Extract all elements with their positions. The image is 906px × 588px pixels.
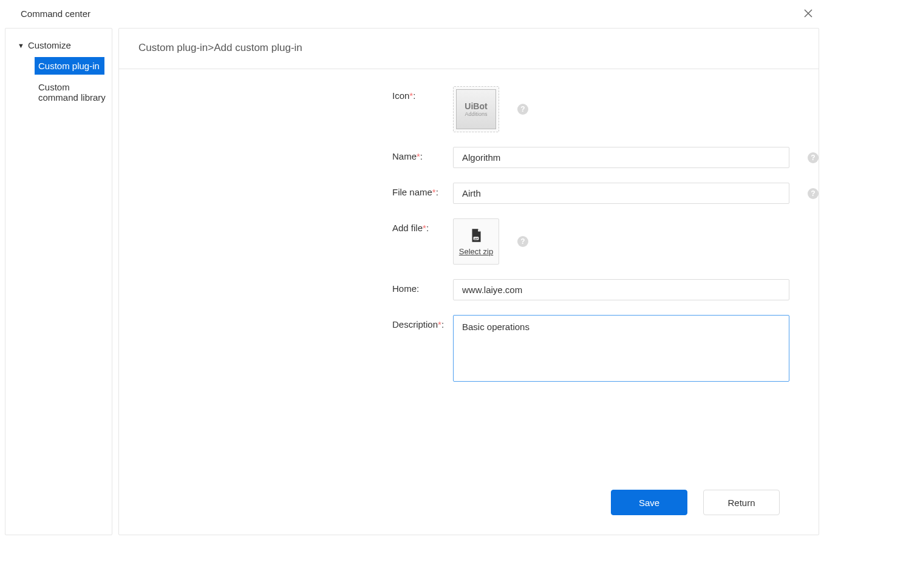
breadcrumb-separator: > bbox=[208, 42, 214, 53]
help-icon[interactable]: ? bbox=[517, 104, 528, 115]
row-name: Name*: ? bbox=[119, 147, 819, 168]
help-icon[interactable]: ? bbox=[517, 236, 528, 247]
label-icon: Icon*: bbox=[119, 86, 453, 101]
breadcrumb-parent[interactable]: Custom plug-in bbox=[138, 42, 208, 53]
breadcrumb-current: Add custom plug-in bbox=[214, 42, 302, 53]
footer-buttons: Save Return bbox=[611, 490, 780, 515]
row-addfile: Add file*: ZIP Select zip ? bbox=[119, 218, 819, 265]
select-zip-button[interactable]: ZIP Select zip bbox=[453, 218, 499, 265]
sidebar: ▼ Customize Custom plug-in Custom comman… bbox=[5, 28, 112, 535]
row-icon: Icon*: UiBot Additions ? bbox=[119, 86, 819, 132]
row-home: Home: bbox=[119, 279, 819, 300]
label-addfile: Add file*: bbox=[119, 218, 453, 233]
row-description: Description*: bbox=[119, 315, 819, 382]
name-input[interactable] bbox=[453, 147, 789, 168]
window-title: Command center bbox=[21, 8, 90, 19]
main-panel: Custom plug-in>Add custom plug-in Icon*:… bbox=[118, 28, 819, 535]
tree-parent-customize[interactable]: ▼ Customize bbox=[5, 37, 112, 53]
content-area: ▼ Customize Custom plug-in Custom comman… bbox=[0, 28, 824, 535]
select-zip-label: Select zip bbox=[459, 247, 493, 256]
return-button[interactable]: Return bbox=[703, 490, 780, 515]
tree-children: Custom plug-in Custom command library bbox=[5, 57, 112, 110]
home-control bbox=[453, 279, 789, 300]
zip-file-icon: ZIP bbox=[468, 228, 484, 245]
addfile-control: ZIP Select zip ? bbox=[453, 218, 528, 265]
sidebar-item-custom-plugin[interactable]: Custom plug-in bbox=[35, 57, 104, 75]
breadcrumb: Custom plug-in>Add custom plug-in bbox=[119, 29, 819, 69]
row-filename: File name*: ? bbox=[119, 183, 819, 204]
help-icon[interactable]: ? bbox=[808, 188, 819, 199]
tree-parent-label: Customize bbox=[28, 40, 71, 50]
chevron-down-icon: ▼ bbox=[18, 42, 24, 49]
help-icon[interactable]: ? bbox=[808, 152, 819, 163]
save-button[interactable]: Save bbox=[611, 490, 687, 515]
filename-control: ? bbox=[453, 183, 819, 204]
label-description: Description*: bbox=[119, 315, 453, 329]
form-area: Icon*: UiBot Additions ? bbox=[119, 69, 819, 535]
close-icon[interactable] bbox=[802, 7, 814, 19]
label-name: Name*: bbox=[119, 147, 453, 161]
svg-text:ZIP: ZIP bbox=[474, 237, 479, 240]
titlebar: Command center bbox=[0, 0, 824, 28]
description-control bbox=[453, 315, 789, 382]
name-control: ? bbox=[453, 147, 819, 168]
home-input[interactable] bbox=[453, 279, 789, 300]
command-center-window: Command center ▼ Customize Custom plug-i… bbox=[0, 0, 824, 535]
icon-upload-box[interactable]: UiBot Additions bbox=[453, 86, 499, 132]
icon-preview: UiBot Additions bbox=[456, 89, 496, 129]
filename-input[interactable] bbox=[453, 183, 789, 204]
icon-control: UiBot Additions ? bbox=[453, 86, 528, 132]
sidebar-item-custom-command-library[interactable]: Custom command library bbox=[35, 78, 112, 106]
label-filename: File name*: bbox=[119, 183, 453, 197]
label-home: Home: bbox=[119, 279, 453, 294]
description-textarea[interactable] bbox=[453, 315, 789, 382]
